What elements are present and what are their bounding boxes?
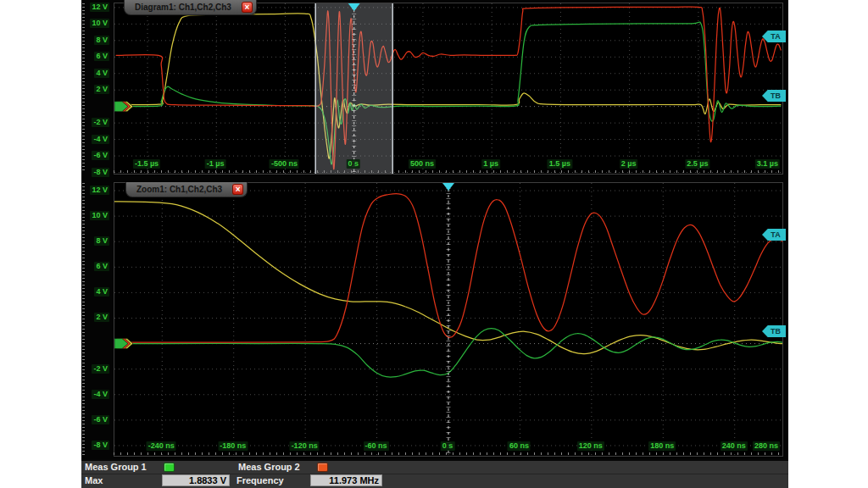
zoom1-waveforms[interactable]	[114, 183, 782, 456]
y-axis-label: 2 V	[94, 85, 109, 94]
zoom1-plot-area[interactable]	[114, 182, 783, 457]
x-axis-label: 280 ns	[753, 441, 780, 451]
x-axis-label: 60 ns	[508, 441, 531, 451]
meas-group1-label: Meas Group 1	[85, 461, 147, 474]
y-axis-label: 12 V	[90, 186, 109, 195]
x-axis-label: 500 ns	[409, 159, 436, 169]
x-axis-label: -60 ns	[364, 441, 389, 451]
y-axis-label: -4 V	[92, 135, 109, 144]
oscilloscope-screen: 12 V10 V8 V6 V4 V2 V-2 V-4 V-6 V-8 V 12 …	[81, 0, 788, 488]
diagram1-plot-area[interactable]	[114, 3, 783, 175]
zoom1-x-axis: -240 ns-180 ns-120 ns-60 ns0 s60 ns120 n…	[114, 441, 782, 453]
y-axis-label: -6 V	[92, 151, 109, 160]
x-axis-label: -240 ns	[147, 441, 176, 451]
x-axis-label: 0 s	[441, 441, 455, 451]
y-axis-label: 6 V	[94, 52, 109, 61]
y-axis-label: -8 V	[92, 441, 109, 450]
diagram1-waveforms[interactable]	[114, 3, 782, 174]
meas2-value: 11.973 MHz	[310, 474, 382, 486]
y-axis-label: 12 V	[90, 3, 109, 12]
x-axis-label: 240 ns	[721, 441, 748, 451]
meas-group1-source-icon[interactable]	[164, 463, 175, 472]
x-axis-label: 0 s	[346, 159, 360, 169]
y-axis-label: 6 V	[94, 262, 109, 271]
y-axis-label: 4 V	[94, 287, 109, 297]
x-axis-label: 2.5 µs	[685, 159, 709, 169]
x-axis-label: -180 ns	[218, 441, 248, 451]
close-icon[interactable]: ×	[232, 184, 243, 195]
x-axis-label: -1.5 µs	[133, 159, 160, 169]
y-axis-label: -6 V	[92, 415, 109, 424]
x-axis-label: 1 µs	[481, 159, 500, 169]
y-axis-label: -8 V	[92, 168, 109, 177]
x-axis-label: 120 ns	[577, 441, 604, 451]
y-axis-label: -2 V	[92, 364, 109, 374]
x-axis-label: 180 ns	[648, 441, 676, 451]
trace-ch2	[116, 22, 782, 164]
x-axis-label: -120 ns	[290, 441, 320, 451]
close-icon[interactable]: ×	[242, 2, 253, 13]
zoom1-tab[interactable]: Zoom1: Ch1,Ch2,Ch3 ×	[125, 182, 248, 197]
zoom1-y-axis: 12 V10 V8 V6 V4 V2 V-2 V-4 V-6 V-8 V	[81, 183, 112, 456]
diagram1-x-axis: -1.5 µs-1 µs-500 ns0 s500 ns1 µs1.5 µs2 …	[114, 159, 782, 171]
y-axis-label: -2 V	[92, 118, 109, 127]
x-axis-label: -1 µs	[205, 159, 226, 169]
zoom1-title: Zoom1: Ch1,Ch2,Ch3	[136, 185, 222, 194]
meas-group2-label: Meas Group 2	[238, 461, 300, 474]
y-axis-label: -4 V	[92, 390, 109, 399]
diagram1-title: Diagram1: Ch1,Ch2,Ch3	[135, 3, 231, 12]
y-axis-label: 10 V	[90, 211, 109, 220]
x-axis-label: 2 µs	[620, 159, 638, 169]
y-axis-label: 4 V	[94, 69, 109, 78]
x-axis-label: -500 ns	[270, 159, 299, 169]
y-axis-label: 8 V	[94, 236, 109, 246]
trace-ch1	[116, 14, 782, 158]
y-axis-label: 2 V	[94, 313, 109, 322]
x-axis-label: 3.1 µs	[755, 159, 780, 169]
y-axis-label: 10 V	[90, 19, 109, 28]
diagram1-y-axis: 12 V10 V8 V6 V4 V2 V-2 V-4 V-6 V-8 V	[81, 3, 112, 174]
x-axis-label: 1.5 µs	[548, 159, 572, 169]
trace-ch3	[116, 7, 782, 169]
meas1-name: Max	[85, 474, 103, 487]
trigger-position-icon[interactable]	[442, 183, 454, 191]
meas-group2-source-icon[interactable]	[317, 463, 328, 472]
y-axis-label: 8 V	[94, 36, 109, 45]
diagram1-tab[interactable]: Diagram1: Ch1,Ch2,Ch3 ×	[124, 0, 257, 15]
meas2-name: Frequency	[236, 474, 284, 487]
meas1-value: 1.8833 V	[162, 474, 230, 486]
measurement-bar: Meas Group 1 Meas Group 2 Max 1.8833 V F…	[81, 459, 788, 488]
